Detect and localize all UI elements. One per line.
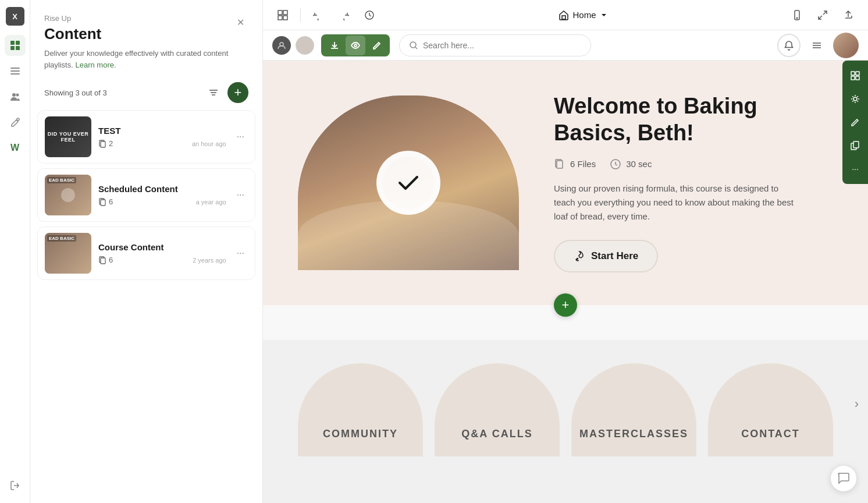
user-avatar-large[interactable] (833, 33, 859, 58)
hero-text: Welcome to Baking Basics, Beth! 6 Files (554, 93, 833, 272)
svg-rect-21 (283, 10, 287, 15)
layout-button[interactable] (272, 5, 293, 26)
mobile-preview-button[interactable] (787, 5, 807, 26)
svg-rect-4 (10, 68, 20, 69)
svg-point-30 (410, 42, 416, 48)
svg-rect-39 (851, 76, 855, 80)
hero-files-stat: 6 Files (554, 158, 596, 170)
nav-icon-paint[interactable] (5, 112, 26, 133)
list-item[interactable]: DID YOU EVER FEEL TEST 2 an hour ago ··· (37, 110, 255, 164)
nav-cards-section: COMMUNITY Q&A CALLS MASTERCLASSES CONTAC… (263, 340, 868, 468)
files-icon (554, 158, 565, 170)
search-bar (399, 34, 591, 56)
item-info: Course Content 6 2 years ago (98, 242, 226, 264)
nav-icon-w[interactable]: W (5, 137, 26, 158)
svg-rect-0 (10, 41, 15, 45)
right-toolbar-more[interactable]: ··· (845, 158, 866, 179)
left-panel: Rise Up Content Deliver your knowledge e… (30, 0, 263, 503)
app-logo: X (6, 7, 24, 26)
svg-rect-1 (16, 41, 20, 45)
scroll-right-button[interactable]: › (855, 396, 859, 412)
download-action-button[interactable] (325, 36, 344, 55)
list-item[interactable]: EAD BASIC Course Content 6 2 years ago ·… (37, 226, 255, 280)
search-input[interactable] (423, 41, 581, 50)
item-name: Scheduled Content (98, 184, 226, 194)
edit-action-button[interactable] (367, 36, 386, 55)
user-avatar-2[interactable] (296, 36, 314, 55)
item-meta: 6 2 years ago (98, 256, 226, 264)
right-toolbar-edit[interactable] (845, 112, 866, 133)
top-toolbar: Home (263, 0, 868, 30)
svg-rect-35 (557, 161, 563, 168)
nav-card-community[interactable]: COMMUNITY (298, 363, 423, 456)
add-content-button[interactable]: + (227, 82, 248, 103)
nav-card-qa-calls[interactable]: Q&A CALLS (435, 363, 560, 456)
right-toolbar-copy[interactable] (845, 135, 866, 156)
panel-actions: + (204, 82, 248, 103)
svg-point-41 (853, 97, 857, 101)
panel-toolbar: Showing 3 out of 3 + (30, 77, 262, 110)
eye-action-button[interactable] (346, 36, 365, 55)
right-toolbar-settings[interactable] (845, 88, 866, 109)
item-thumbnail: EAD BASIC (45, 233, 91, 274)
svg-rect-23 (283, 16, 287, 20)
nav-icon-logout[interactable] (5, 475, 26, 496)
item-time: 2 years ago (193, 257, 226, 264)
main-area: Home (263, 0, 868, 503)
nav-card-label-community: COMMUNITY (323, 428, 398, 440)
hero-description: Using our proven rising formula, this co… (554, 182, 798, 224)
item-time: an hour ago (192, 140, 226, 147)
svg-rect-3 (16, 46, 20, 50)
content-list: DID YOU EVER FEEL TEST 2 an hour ago ··· (30, 110, 262, 503)
nav-icon-users[interactable] (5, 86, 26, 107)
item-info: Scheduled Content 6 a year ago (98, 184, 226, 206)
secondary-toolbar (263, 30, 868, 61)
nav-icon-list[interactable] (5, 61, 26, 82)
list-item[interactable]: EAD BASIC Scheduled Content 6 a year ago (37, 168, 255, 222)
nav-card-contact[interactable]: CONTACT (708, 363, 833, 456)
svg-rect-2 (10, 46, 15, 50)
showing-count: Showing 3 out of 3 (44, 88, 107, 97)
right-toolbar-layout[interactable] (845, 65, 866, 86)
history-button[interactable] (359, 5, 380, 26)
svg-rect-40 (856, 76, 859, 80)
redo-button[interactable] (333, 5, 354, 26)
svg-rect-22 (278, 16, 282, 20)
close-panel-button[interactable]: ✕ (232, 14, 248, 30)
learn-more-link[interactable]: Learn more. (75, 61, 116, 69)
undo-button[interactable] (308, 5, 329, 26)
item-meta: 2 an hour ago (98, 139, 226, 148)
item-files: 2 (98, 139, 113, 148)
files-count: 6 Files (570, 159, 596, 169)
item-more-button[interactable]: ··· (233, 189, 248, 201)
start-btn-label: Start Here (591, 250, 638, 262)
nav-card-masterclasses[interactable]: MASTERCLASSES (571, 363, 696, 456)
svg-point-28 (280, 42, 283, 46)
hero-stats: 6 Files 30 sec (554, 158, 833, 170)
svg-rect-25 (562, 16, 565, 19)
expand-button[interactable] (812, 5, 833, 26)
svg-rect-17 (101, 200, 105, 206)
notification-button[interactable] (777, 34, 801, 57)
add-section-button[interactable]: + (554, 293, 577, 317)
svg-rect-19 (101, 258, 105, 264)
start-here-button[interactable]: Start Here (554, 240, 658, 272)
duration: 30 sec (626, 159, 652, 169)
item-more-button[interactable]: ··· (233, 130, 248, 143)
toolbar-center: Home (385, 10, 782, 20)
user-avatar-1[interactable] (272, 36, 291, 55)
item-name: TEST (98, 126, 226, 136)
home-navigation[interactable]: Home (558, 10, 607, 20)
nav-icon-dashboard[interactable] (5, 35, 26, 56)
share-button[interactable] (838, 5, 859, 26)
menu-button[interactable] (805, 34, 828, 57)
chat-bubble-button[interactable] (831, 466, 856, 491)
hero-title: Welcome to Baking Basics, Beth! (554, 93, 833, 146)
item-more-button[interactable]: ··· (233, 247, 248, 260)
page-content: Welcome to Baking Basics, Beth! 6 Files (263, 61, 868, 503)
panel-title: Content (44, 25, 232, 43)
item-files: 6 (98, 256, 113, 264)
svg-rect-37 (851, 72, 855, 75)
sort-button[interactable] (204, 83, 223, 102)
svg-rect-5 (10, 70, 20, 72)
